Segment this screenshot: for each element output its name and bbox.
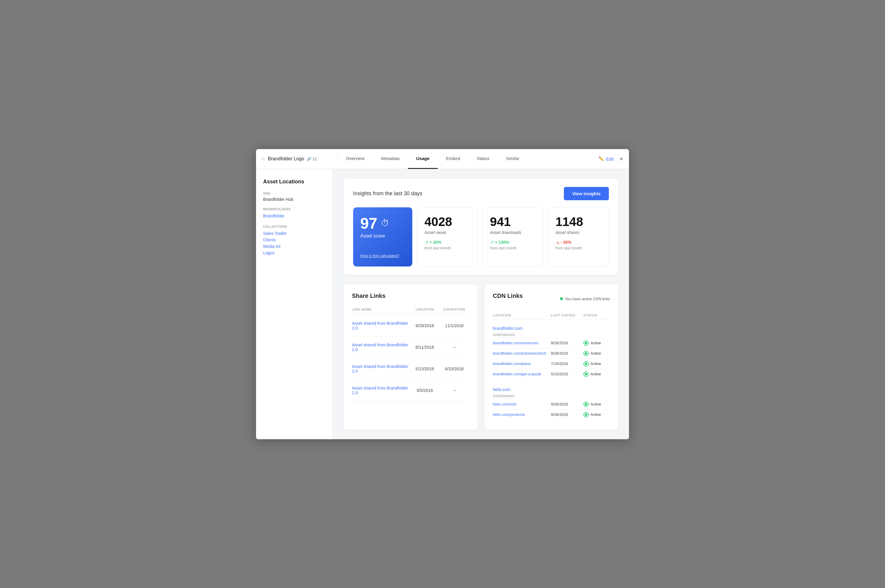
tab-usage[interactable]: Usage <box>408 149 438 169</box>
metric-shares-label: Asset shares <box>556 230 601 235</box>
sidebar-item-logos[interactable]: Logos <box>263 250 326 256</box>
body: Asset Locations ORG Brandfolder Hub BRAN… <box>256 169 629 439</box>
cdn-domain-row-1: helix.com SUBDOMAINS helix.com/info 9/28… <box>493 383 610 422</box>
sidebar-collections-label: COLLECTIONS <box>263 225 326 228</box>
arrow-up-icon-2: ↗ <box>490 240 494 245</box>
metrics-row: 97 ⏱ Asset score How is this calculated?… <box>353 207 609 267</box>
metric-views-change: + 20% <box>430 240 441 244</box>
cdn-header: CDN Links You have active CDN links <box>493 292 610 305</box>
cdn-domain-0[interactable]: brandfolder.com <box>493 326 523 331</box>
share-creation-1: 8/11/2018 <box>410 345 440 350</box>
sidebar-title: Asset Locations <box>263 178 326 185</box>
cdn-links-section: CDN Links You have active CDN links LOCA… <box>485 284 618 430</box>
link-count-badge: 🔗 12 <box>307 157 317 161</box>
th-expiration: EXPIRATION <box>440 308 469 311</box>
cdn-url-0-2[interactable]: brandfolder.com/plans <box>493 362 551 366</box>
share-expiration-1: -- <box>440 345 469 350</box>
table-row: Asset shared from Brandfolder 2.0 9/29/2… <box>352 315 469 337</box>
cdn-links-title: CDN Links <box>493 292 523 299</box>
share-expiration-3: -- <box>440 388 469 393</box>
cdn-active-icon <box>583 340 589 346</box>
sidebar-org-label: ORG <box>263 192 326 195</box>
tab-overview[interactable]: Overview <box>338 149 373 169</box>
cdn-row: brandfolder.com/resources 9/28/2018 Acti… <box>493 338 610 348</box>
share-creation-3: 5/5/2018 <box>410 388 440 393</box>
metric-card-shares: 1148 Asset shares ↘ - 30% from last mont… <box>548 207 609 267</box>
share-creation-0: 9/29/2018 <box>410 323 440 328</box>
star-icon[interactable]: ☆ <box>261 156 266 162</box>
metric-downloads-label: Asset downloads <box>490 230 536 235</box>
sidebar-item-brandfolder[interactable]: Brandfolder <box>263 213 326 219</box>
table-row: Asset shared from Brandfolder 2.0 5/13/2… <box>352 358 469 380</box>
bottom-row: Share Links LINK NAME CREATION EXPIRATIO… <box>344 284 618 430</box>
cdn-url-0-3[interactable]: brandfolder.com/get-a-quote <box>493 372 551 376</box>
share-link-2[interactable]: Asset shared from Brandfolder 2.0 <box>352 364 410 374</box>
cdn-url-0-0[interactable]: brandfolder.com/resources <box>493 341 551 345</box>
metric-card-downloads: 941 Asset downloads ↗ + 130% from last m… <box>482 207 543 267</box>
sidebar-org-name: Brandfolder Hub <box>263 197 326 202</box>
share-link-0[interactable]: Asset shared from Brandfolder 2.0 <box>352 321 410 330</box>
sidebar-item-sales-toolkit[interactable]: Sales Toolkit <box>263 230 326 237</box>
edit-button[interactable]: ✏️ Edit <box>598 156 614 162</box>
insights-card: Insights from the last 30 days View Insi… <box>344 178 618 275</box>
sidebar-item-media-kit[interactable]: Media Kit <box>263 243 326 250</box>
cdn-date-0-2: 7/19/2018 <box>551 362 583 366</box>
view-insights-button[interactable]: View Insights <box>564 187 609 200</box>
share-links-title: Share Links <box>352 292 469 299</box>
metric-shares-value: 1148 <box>556 215 601 229</box>
tab-status[interactable]: Status <box>469 149 498 169</box>
cdn-row: helix.com/products 9/28/2018 Active <box>493 410 610 420</box>
score-calc-link[interactable]: How is this calculated? <box>360 254 399 258</box>
arrow-up-icon: ↗ <box>424 240 428 245</box>
cdn-url-1-0[interactable]: helix.com/info <box>493 402 551 406</box>
sidebar-item-clients[interactable]: Clients <box>263 237 326 243</box>
header-actions: ✏️ Edit × <box>594 154 624 164</box>
header: ☆ Brandfolder Logo 🔗 12 Overview Metadat… <box>256 149 629 169</box>
cdn-active-icon <box>583 412 589 417</box>
th-link-name: LINK NAME <box>352 308 410 311</box>
sidebar: Asset Locations ORG Brandfolder Hub BRAN… <box>256 169 333 439</box>
cdn-url-1-1[interactable]: helix.com/products <box>493 412 551 417</box>
cdn-domain-row-0: brandfolder.com SUBDOMAINS brandfolder.c… <box>493 322 610 381</box>
cdn-table-header: LOCATION LAST VISITED STATUS <box>493 311 610 320</box>
cdn-active-text: You have active CDN links <box>565 297 610 301</box>
cdn-active-icon <box>583 372 589 377</box>
share-links-table: LINK NAME CREATION EXPIRATION Asset shar… <box>352 305 469 401</box>
tab-embed[interactable]: Embed <box>438 149 469 169</box>
cdn-date-0-1: 9/28/2018 <box>551 351 583 356</box>
gauge-icon: ⏱ <box>381 218 389 228</box>
metric-views-value: 4028 <box>424 215 470 229</box>
cdn-url-0-1[interactable]: brandfolder.com/industries/tech <box>493 351 551 356</box>
close-button[interactable]: × <box>618 154 624 164</box>
link-icon: 🔗 <box>307 157 311 161</box>
active-dot-icon <box>560 297 563 300</box>
cdn-date-1-0: 9/28/2018 <box>551 402 583 406</box>
score-top: 97 ⏱ <box>360 216 405 231</box>
cdn-active-icon <box>583 361 589 366</box>
th-creation: CREATION <box>410 308 440 311</box>
table-row: Asset shared from Brandfolder 2.0 5/5/20… <box>352 380 469 401</box>
tab-similar[interactable]: Similar <box>497 149 528 169</box>
share-link-1[interactable]: Asset shared from Brandfolder 2.0 <box>352 342 410 352</box>
tab-metadata[interactable]: Metadata <box>373 149 408 169</box>
cdn-status-0-1: Active <box>583 351 610 356</box>
cdn-table: LOCATION LAST VISITED STATUS brandfolder… <box>493 311 610 422</box>
share-table-header: LINK NAME CREATION EXPIRATION <box>352 305 469 314</box>
metric-card-views: 4028 Asset views ↗ + 20% from last month <box>417 207 478 267</box>
share-expiration-0: 11/1/2018 <box>440 323 469 328</box>
cdn-date-0-3: 5/13/2016 <box>551 372 583 376</box>
score-card: 97 ⏱ Asset score How is this calculated? <box>353 207 412 267</box>
score-label: Asset score <box>360 233 405 239</box>
share-link-3[interactable]: Asset shared from Brandfolder 2.0 <box>352 386 410 395</box>
cdn-domain-1[interactable]: helix.com <box>493 387 510 392</box>
main-window: ☆ Brandfolder Logo 🔗 12 Overview Metadat… <box>256 149 629 439</box>
metric-downloads-from: from last month <box>490 246 536 250</box>
cdn-date-1-1: 9/28/2018 <box>551 412 583 417</box>
metric-views-label: Asset views <box>424 230 470 235</box>
cdn-status-0-0: Active <box>583 340 610 346</box>
metric-views-change-row: ↗ + 20% <box>424 240 470 245</box>
cdn-subdomains-label-1: SUBDOMAINS <box>493 392 610 399</box>
cdn-status-1-0: Active <box>583 402 610 407</box>
arrow-down-icon: ↘ <box>556 240 559 245</box>
metric-views-from: from last month <box>424 246 470 250</box>
